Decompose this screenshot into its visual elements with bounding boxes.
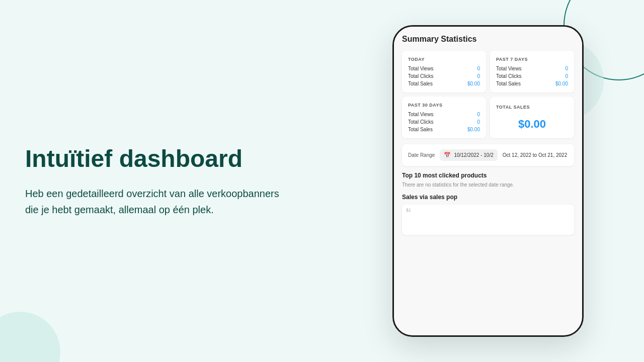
summary-title: Summary Statistics	[402, 35, 574, 44]
past30-views-label: Total Views	[408, 112, 433, 117]
past30-clicks-label: Total Clicks	[408, 119, 434, 125]
past7-views-row: Total Views 0	[496, 66, 568, 71]
phone-screen: Summary Statistics TODAY Total Views 0 T…	[394, 27, 582, 335]
today-views-row: Total Views 0	[408, 66, 480, 71]
today-label: TODAY	[408, 57, 480, 62]
main-heading: Intuïtief dashboard	[25, 144, 287, 173]
past30-sales-value: $0.00	[467, 127, 480, 132]
stats-grid: TODAY Total Views 0 Total Clicks 0 Total…	[402, 51, 574, 138]
past7-clicks-row: Total Clicks 0	[496, 73, 568, 79]
today-clicks-label: Total Clicks	[408, 73, 434, 79]
chart-y-label: $1	[406, 208, 411, 213]
past7-sales-row: Total Sales $0.00	[496, 81, 568, 86]
top-products-title: Top 10 most clicked products	[402, 172, 574, 179]
today-views-value: 0	[477, 66, 480, 71]
past7days-card: PAST 7 DAYS Total Views 0 Total Clicks 0…	[490, 51, 574, 93]
left-text-section: Intuïtief dashboard Heb een gedetailleer…	[25, 144, 287, 218]
past7-views-label: Total Views	[496, 66, 521, 71]
phone-mockup: Summary Statistics TODAY Total Views 0 T…	[392, 25, 584, 337]
past30-views-row: Total Views 0	[408, 112, 480, 117]
past7-clicks-label: Total Clicks	[496, 73, 522, 79]
today-views-label: Total Views	[408, 66, 433, 71]
sales-pop-title: Sales via sales pop	[402, 194, 574, 201]
phone-frame: Summary Statistics TODAY Total Views 0 T…	[392, 25, 584, 337]
today-clicks-value: 0	[477, 73, 480, 79]
chart-area: $1	[402, 205, 574, 235]
past30-sales-label: Total Sales	[408, 127, 433, 132]
date-input-value: 10/12/2022 - 10/2	[454, 152, 493, 158]
past7-clicks-value: 0	[565, 73, 568, 79]
total-sales-card: TOTAL SALES $0.00	[490, 97, 574, 138]
past30-clicks-row: Total Clicks 0	[408, 119, 480, 125]
past30-views-value: 0	[477, 112, 480, 117]
past30days-card: PAST 30 DAYS Total Views 0 Total Clicks …	[402, 97, 486, 138]
screen-content: Summary Statistics TODAY Total Views 0 T…	[394, 27, 582, 243]
past30days-label: PAST 30 DAYS	[408, 103, 480, 108]
today-sales-value: $0.00	[467, 81, 480, 86]
calendar-icon: 📅	[444, 152, 451, 158]
today-sales-row: Total Sales $0.00	[408, 81, 480, 86]
today-sales-label: Total Sales	[408, 81, 433, 86]
past7-sales-value: $0.00	[555, 81, 568, 86]
past30-sales-row: Total Sales $0.00	[408, 127, 480, 132]
past7-sales-label: Total Sales	[496, 81, 521, 86]
today-clicks-row: Total Clicks 0	[408, 73, 480, 79]
date-range-section: Date Range 📅 10/12/2022 - 10/2 Oct 12, 2…	[402, 144, 574, 166]
total-sales-label: TOTAL SALES	[496, 105, 530, 110]
decorative-circle-bottom-left	[0, 312, 60, 362]
date-range-text: Oct 12, 2022 to Oct 21, 2022	[503, 152, 567, 158]
date-input-button[interactable]: 📅 10/12/2022 - 10/2	[440, 149, 497, 161]
no-stats-text: There are no statistics for the selected…	[402, 182, 574, 188]
past30-clicks-value: 0	[477, 119, 480, 125]
today-card: TODAY Total Views 0 Total Clicks 0 Total…	[402, 51, 486, 93]
past7-views-value: 0	[565, 66, 568, 71]
past7days-label: PAST 7 DAYS	[496, 57, 568, 62]
total-sales-amount: $0.00	[496, 118, 568, 131]
sub-text: Heb een gedetailleerd overzicht van alle…	[25, 186, 287, 218]
date-range-label: Date Range	[408, 152, 435, 158]
